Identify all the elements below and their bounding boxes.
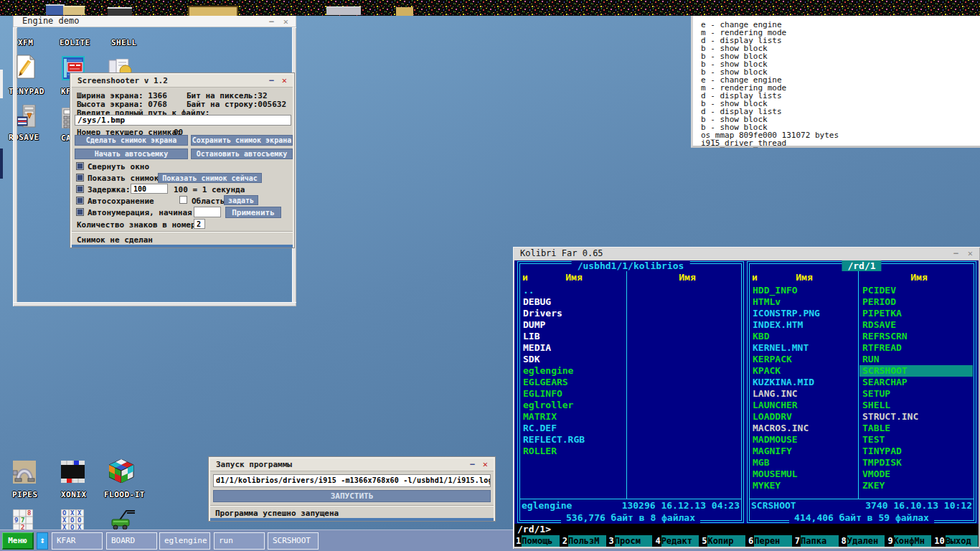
apply-button[interactable]: Применить (225, 207, 281, 218)
file-item[interactable]: MACROS.INC (750, 423, 857, 434)
stop-autoshoot-button[interactable]: Остановить автосъемку (191, 149, 293, 159)
file-item[interactable]: KBD (750, 331, 857, 342)
screenshooter-titlebar[interactable]: Screenshooter v 1.2 − ✕ (72, 75, 293, 88)
file-item[interactable]: RC.DEF (520, 423, 625, 434)
file-item[interactable]: SEARCHAP (859, 377, 973, 388)
xonix-label[interactable]: XONIX (61, 490, 87, 499)
file-item[interactable]: STRUCT.INC (859, 411, 973, 423)
file-item[interactable]: KUZKINA.MID (750, 377, 857, 388)
file-item[interactable]: PCIDEV (859, 285, 973, 296)
file-item[interactable]: RDSAVE (859, 319, 973, 331)
file-item[interactable]: LAUNCHER (750, 400, 857, 411)
file-item[interactable]: VMODE (859, 468, 973, 480)
screenshooter-close-button[interactable]: ✕ (282, 75, 287, 86)
file-item[interactable]: TABLE (859, 423, 973, 434)
file-item[interactable]: LOADDRV (750, 411, 857, 423)
file-item[interactable]: LIB (520, 331, 625, 342)
engine-minimize-button[interactable]: − (269, 16, 274, 27)
taskbar-task-kfar[interactable]: KFAR (52, 532, 103, 550)
desktop-icon-label-shell[interactable]: SHELL (111, 38, 137, 47)
menu-button[interactable]: Меню (2, 532, 34, 550)
engine-close-button[interactable]: ✕ (283, 16, 288, 27)
digits-count-input[interactable]: 2 (194, 219, 205, 229)
file-item[interactable]: MOUSEMUL (750, 468, 857, 480)
file-item[interactable]: PIPETKA (859, 308, 973, 319)
file-item[interactable]: ZKEY (859, 480, 973, 491)
file-item[interactable]: DEBUG (520, 296, 625, 308)
file-item[interactable]: eglengine (520, 365, 625, 377)
file-item[interactable]: INDEX.HTM (750, 319, 857, 331)
file-item[interactable]: REFLECT.RGB (520, 434, 625, 446)
fkey-7[interactable]: 7Папка (794, 535, 839, 547)
taskbar-task-scrshoot[interactable]: SCRSHOOT (268, 532, 319, 550)
left-panel-path[interactable]: /usbhd1/1/kolibrios (572, 260, 690, 271)
file-item[interactable]: SETUP (859, 388, 973, 400)
file-item[interactable]: RUN (859, 354, 973, 365)
file-item[interactable]: KPACK (750, 365, 857, 377)
file-item[interactable]: MYKEY (750, 480, 857, 491)
show-shot-checkbox[interactable] (76, 174, 84, 182)
kfar-minimize-button[interactable]: − (953, 248, 958, 259)
autosave-checkbox[interactable] (76, 197, 84, 204)
file-item[interactable]: RTFREAD (859, 342, 973, 354)
fkey-3[interactable]: 3Просм (608, 535, 653, 547)
kfar-titlebar[interactable]: Kolibri Far 0.65 − ✕ (514, 248, 979, 260)
file-item[interactable]: REFRSCRN (859, 331, 973, 342)
run-command-input[interactable]: d1/1/kolibrios/drivers/i915 -m1366x768x6… (213, 474, 491, 487)
file-item[interactable]: MEDIA (520, 342, 625, 354)
autonumber-input[interactable] (194, 207, 221, 217)
xonix-icon[interactable] (61, 461, 85, 486)
file-item[interactable]: TMPDISK (859, 457, 973, 468)
run-close-button[interactable]: ✕ (483, 458, 488, 470)
fkey-2[interactable]: 2ПользМ (562, 535, 606, 547)
file-item[interactable]: MAGNIFY (750, 446, 857, 457)
file-item[interactable]: KERNEL.MNT (750, 342, 857, 354)
delay-input[interactable]: 100 (131, 184, 168, 194)
file-item[interactable]: HTMLv (750, 296, 857, 308)
delay-checkbox[interactable] (76, 185, 84, 193)
file-item[interactable]: ICONSTRP.PNG (750, 308, 857, 319)
file-item[interactable]: SCRSHOOT (859, 365, 973, 377)
screenshooter-minimize-button[interactable]: − (269, 75, 274, 86)
run-minimize-button[interactable]: − (470, 458, 475, 470)
start-autoshoot-button[interactable]: Начать автосъемку (75, 149, 188, 159)
floodit-icon[interactable] (109, 459, 134, 486)
window-switch-button[interactable]: ↕ (37, 532, 48, 550)
desktop-icon-label-eolite[interactable]: EOLITE (60, 38, 90, 47)
kfar-close-button[interactable]: ✕ (968, 248, 973, 259)
fkey-5[interactable]: 5Копир (701, 535, 745, 547)
taskbar-task-eglengine[interactable]: eglengine (159, 532, 210, 550)
take-screenshot-button[interactable]: Сделать снимок экрана (75, 135, 188, 146)
desktop-icon-label-xfm[interactable]: XFM (18, 38, 33, 47)
engine-demo-titlebar[interactable]: Engine demo − ✕ (13, 15, 296, 27)
file-path-input[interactable]: /sys/1.bmp (75, 115, 291, 126)
file-item[interactable]: SDK (520, 354, 625, 365)
show-shot-now-button[interactable]: Показать снимок сейчас (158, 173, 262, 183)
pipes-icon[interactable] (13, 461, 36, 486)
fkey-6[interactable]: 6Перен (748, 535, 792, 547)
file-item[interactable]: TEST (859, 434, 973, 446)
minimize-window-checkbox[interactable] (76, 162, 84, 170)
fkey-1[interactable]: 1Помощь (515, 535, 560, 547)
file-item[interactable]: ROLLER (520, 446, 625, 457)
floodit-label[interactable]: FLOOD-IT (104, 490, 145, 499)
fkey-9[interactable]: 9КонфМн (887, 535, 931, 547)
file-item[interactable]: EGLGEARS (520, 377, 625, 388)
fkey-8[interactable]: 8Удален (841, 535, 885, 547)
fkey-4[interactable]: 4Редакт (654, 535, 699, 547)
save-screenshot-button[interactable]: Сохранить снимок экрана (191, 135, 293, 146)
file-item[interactable]: PERIOD (859, 296, 973, 308)
file-item[interactable]: TINYPAD (859, 446, 973, 457)
area-set-button[interactable]: задать (224, 195, 258, 205)
taskbar-task-run[interactable]: run (214, 532, 265, 550)
file-item[interactable]: MADMOUSE (750, 434, 857, 446)
right-panel-path[interactable]: /rd/1 (842, 260, 881, 271)
file-item[interactable]: HDD_INFO (750, 285, 857, 296)
kfar-command-line[interactable]: /rd/1> (514, 524, 979, 535)
taskbar-task-board[interactable]: BOARD (106, 532, 157, 550)
run-dialog-titlebar[interactable]: Запуск программы − ✕ (210, 458, 494, 471)
file-item[interactable]: DUMP (520, 319, 625, 331)
file-item[interactable]: LANG.INC (750, 388, 857, 400)
file-item[interactable]: eglroller (520, 400, 625, 411)
pipes-label[interactable]: PIPES (12, 490, 38, 499)
